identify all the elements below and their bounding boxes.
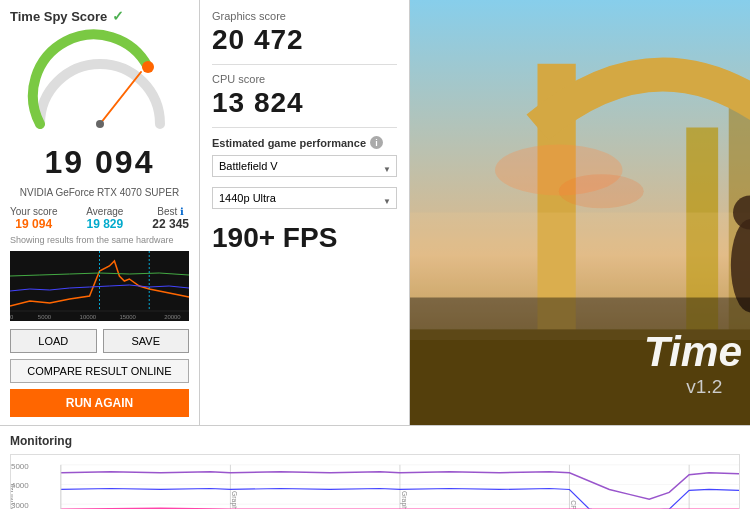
monitoring-section: Monitoring 5000 4000 3000 2000 1000 0 Fr… <box>0 426 750 509</box>
fps-display: 190+ FPS <box>212 222 397 254</box>
est-perf-title: Estimated game performance i <box>212 136 397 149</box>
panel-title: Time Spy Score ✓ <box>10 8 189 24</box>
gauge-container <box>20 29 180 139</box>
game-image: Time Spy v1.2 <box>410 0 750 425</box>
svg-point-27 <box>559 174 644 208</box>
divider-2 <box>212 127 397 128</box>
cpu-score-label: CPU score <box>212 73 397 85</box>
svg-text:CPU test: CPU test <box>570 500 577 509</box>
svg-text:Time Spy: Time Spy <box>644 328 750 375</box>
your-score-item: Your score 19 094 <box>10 206 57 231</box>
svg-text:5000: 5000 <box>11 462 29 471</box>
graphics-score-label: Graphics score <box>212 10 397 22</box>
your-score-value: 19 094 <box>10 217 57 231</box>
verified-icon: ✓ <box>112 8 124 24</box>
title-text: Time Spy Score <box>10 9 107 24</box>
quality-dropdown[interactable]: 1440p Ultra <box>212 187 397 209</box>
cpu-score-value: 13 824 <box>212 87 397 119</box>
svg-text:Frequency (MHz): Frequency (MHz) <box>11 483 15 509</box>
info-icon[interactable]: i <box>370 136 383 149</box>
best-value: 22 345 <box>152 217 189 231</box>
mini-chart: 0 5000 10000 15000 20000 <box>10 251 189 321</box>
main-score: 19 094 <box>45 144 155 180</box>
your-score-label: Your score <box>10 206 57 217</box>
monitoring-chart-svg: 5000 4000 3000 2000 1000 0 Frequency (MH… <box>11 455 739 509</box>
run-again-button[interactable]: RUN AGAIN <box>10 389 189 417</box>
game-dropdown-wrapper: Battlefield V <box>212 155 397 182</box>
graphics-score-value: 20 472 <box>212 24 397 56</box>
top-section: Time Spy Score ✓ 19 094 <box>0 0 750 426</box>
right-panel: Time Spy v1.2 <box>410 0 750 425</box>
divider-1 <box>212 64 397 65</box>
graphics-score-section: Graphics score 20 472 <box>212 10 397 56</box>
mini-chart-svg: 0 5000 10000 15000 20000 <box>10 251 189 321</box>
save-button[interactable]: SAVE <box>103 329 190 353</box>
best-score-item: Best ℹ 22 345 <box>152 206 189 231</box>
svg-text:5000: 5000 <box>38 314 52 320</box>
main-container: Time Spy Score ✓ 19 094 <box>0 0 750 509</box>
svg-rect-31 <box>11 455 739 509</box>
gauge-svg <box>20 29 180 139</box>
compare-button[interactable]: COMPARE RESULT ONLINE <box>10 359 189 383</box>
svg-point-2 <box>96 120 104 128</box>
quality-dropdown-wrapper: 1440p Ultra <box>212 187 397 214</box>
game-dropdown[interactable]: Battlefield V <box>212 155 397 177</box>
average-value: 19 829 <box>86 217 123 231</box>
game-artwork: Time Spy v1.2 <box>410 0 750 425</box>
buttons-row: LOAD SAVE <box>10 329 189 353</box>
svg-text:20000: 20000 <box>164 314 181 320</box>
svg-text:v1.2: v1.2 <box>686 376 722 397</box>
svg-point-0 <box>142 61 154 73</box>
score-display: 19 094 <box>10 144 189 181</box>
svg-line-1 <box>100 72 141 124</box>
left-panel: Time Spy Score ✓ 19 094 <box>0 0 200 425</box>
monitoring-chart: 5000 4000 3000 2000 1000 0 Frequency (MH… <box>10 454 740 509</box>
svg-text:Graphics test 2: Graphics test 2 <box>400 491 408 509</box>
load-button[interactable]: LOAD <box>10 329 97 353</box>
showing-text: Showing results from the same hardware <box>10 235 189 245</box>
middle-panel: Graphics score 20 472 CPU score 13 824 E… <box>200 0 410 425</box>
svg-text:15000: 15000 <box>119 314 136 320</box>
scores-row: Your score 19 094 Average 19 829 Best ℹ … <box>10 206 189 231</box>
average-label: Average <box>86 206 123 217</box>
average-score-item: Average 19 829 <box>86 206 123 231</box>
gpu-name: NVIDIA GeForce RTX 4070 SUPER <box>10 187 189 198</box>
monitoring-title: Monitoring <box>10 434 740 448</box>
svg-text:10000: 10000 <box>80 314 97 320</box>
best-label: Best ℹ <box>152 206 189 217</box>
cpu-score-section: CPU score 13 824 <box>212 73 397 119</box>
svg-text:Graphics test 1: Graphics test 1 <box>230 491 238 509</box>
